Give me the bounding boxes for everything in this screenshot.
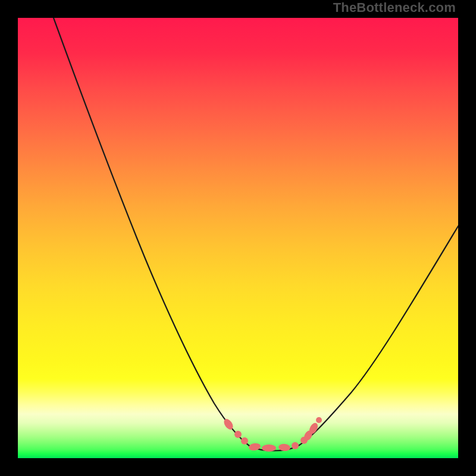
outer-frame: TheBottleneck.com bbox=[0, 0, 476, 476]
marker-dot bbox=[241, 437, 248, 444]
valley-markers bbox=[222, 417, 322, 452]
marker-dot bbox=[234, 431, 242, 438]
marker-dot bbox=[292, 442, 299, 449]
curve-overlay bbox=[18, 18, 458, 458]
watermark-text: TheBottleneck.com bbox=[333, 0, 456, 15]
bottleneck-curve bbox=[54, 18, 458, 451]
marker-dot bbox=[262, 444, 276, 452]
marker-dot bbox=[316, 417, 322, 423]
